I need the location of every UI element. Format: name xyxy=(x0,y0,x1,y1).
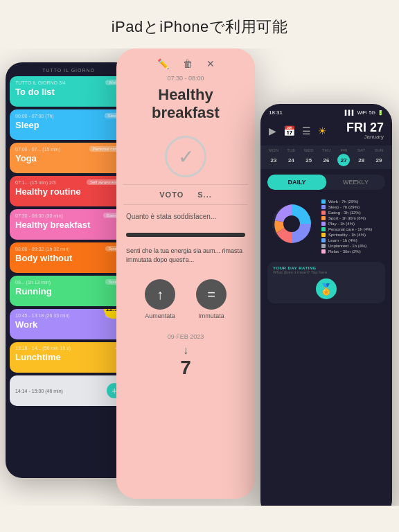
sport-dot xyxy=(321,216,326,220)
aumentata-label: Aumentata xyxy=(145,312,175,319)
activity-todo[interactable]: TUTTO IL GIORNO 3/4 Work To do list xyxy=(10,76,127,107)
signal-icon: ▌▌▌ xyxy=(345,110,355,115)
lunch-time: 13:18 - 14... (56 min 19 s) xyxy=(15,346,71,351)
calendar-icon[interactable]: 📅 xyxy=(283,125,295,136)
cal-thu[interactable]: THU 26 xyxy=(320,148,332,166)
phone-header: ▶ 📅 ☰ ☀ FRI 27 January xyxy=(260,118,392,145)
up-arrow-icon: ↑ xyxy=(145,279,175,310)
energy-text: Senti che la tua energia sia aum... rima… xyxy=(116,241,255,269)
legend-list: Work - 7h (29%) Sleep - 7h (29%) Eating … xyxy=(321,200,385,254)
pie-chart xyxy=(267,200,316,248)
activity-name: Healthy breakfast xyxy=(116,86,255,122)
lunch-title: Lunchtime xyxy=(15,352,122,362)
cal-wed[interactable]: WED 25 xyxy=(303,148,315,166)
spirit-legend-label: Spirituality - 1h (4%) xyxy=(328,233,366,237)
cal-sat[interactable]: SAT 28 xyxy=(355,148,368,166)
yoga-time: 07:00 - 07... (15 min) xyxy=(15,147,60,152)
routine-time: 07:1... (15 min) 2/3 xyxy=(15,180,56,185)
legend-play: Play - 1h (4%) xyxy=(321,222,385,226)
legend-relax: Relax - 30m (2%) xyxy=(321,249,385,254)
immutata-btn[interactable]: = Immutata xyxy=(196,279,227,319)
cal-mon[interactable]: MON 23 xyxy=(267,148,280,166)
activity-sleep[interactable]: 00:00 - 07:00 (7h) Sleep Sleep xyxy=(10,109,127,140)
legend-spirit: Spirituality - 1h (4%) xyxy=(321,233,385,237)
s-button[interactable]: S... xyxy=(197,190,212,199)
spirit-dot xyxy=(321,233,326,237)
checkmark-area: ✓ xyxy=(116,129,255,184)
right-phone: 18:31 ▌▌▌ WiFi 5G 🔋 ▶ 📅 ☰ ☀ FRI 27 Janua… xyxy=(260,104,392,506)
legend-eating: Eating - 3h (12%) xyxy=(321,211,385,215)
header: iPadとiPhoneで利用可能 xyxy=(0,0,399,48)
left-phone: TUTTO IL GIORNO TUTTO IL GIORNO 3/4 Work… xyxy=(6,62,132,478)
svg-point-1 xyxy=(283,215,300,232)
wifi-icon: WiFi xyxy=(357,110,367,115)
award-badge: 🏅 xyxy=(316,278,337,299)
close-icon[interactable]: ✕ xyxy=(206,58,215,69)
all-day-label: TUTTO IL GIORNO xyxy=(10,68,127,73)
daily-toggle[interactable]: DAILY xyxy=(267,175,326,190)
activity-healthy-routine[interactable]: 07:1... (15 min) 2/3 Self awareness Heal… xyxy=(10,176,127,206)
running-time: 09... (1h 13 min) xyxy=(15,280,51,285)
activity-yoga[interactable]: 07:00 - 07... (15 min) Personal care Yog… xyxy=(10,143,127,173)
last-time: 14:14 - 15:00 (46 min) xyxy=(15,389,63,393)
breakfast-time: 07:30 - 08:00 (30 min) xyxy=(15,213,63,218)
cal-sun[interactable]: SUN 29 xyxy=(373,148,385,166)
view-toggle: DAILY WEEKLY xyxy=(267,175,385,190)
progress-bar xyxy=(126,233,245,237)
edit-icon[interactable]: ✏️ xyxy=(157,58,169,69)
todo-title: To do list xyxy=(15,87,122,97)
score-number: 7 xyxy=(116,357,255,379)
personal-dot xyxy=(321,227,326,231)
work-title: Work xyxy=(15,319,122,330)
status-icons: ▌▌▌ WiFi 5G 🔋 xyxy=(345,110,384,116)
activity-breakfast[interactable]: 07:30 - 08:00 (30 min) Eating Healthy br… xyxy=(10,209,127,240)
sleep-legend-label: Sleep - 7h (29%) xyxy=(328,205,360,209)
cal-tue[interactable]: TUE 24 xyxy=(285,148,297,166)
action-buttons: ↑ Aumentata = Immutata xyxy=(116,269,255,329)
calendar-strip: MON 23 TUE 24 WED 25 THU 26 FRI 27 SAT 2… xyxy=(260,145,392,169)
sport-legend-label: Sport - 1h 30m (6%) xyxy=(328,216,366,220)
activity-lunch[interactable]: 13:18 - 14... (56 min 19 s) Lunchtime xyxy=(10,342,127,373)
cal-fri-active[interactable]: FRI 27 xyxy=(337,148,350,166)
body-time: 08:00 - 09:32 (1h 32 min) xyxy=(15,247,70,251)
middle-phone: ✏️ 🗑 ✕ 07:30 - 08:00 Healthy breakfast ✓… xyxy=(116,48,255,499)
immutata-label: Immutata xyxy=(198,312,224,319)
vote-button[interactable]: VOTO xyxy=(159,190,184,199)
legend-learn: Learn - 1h (4%) xyxy=(321,238,385,242)
page-title: iPadとiPhoneで利用可能 xyxy=(112,18,288,35)
sleep-title: Sleep xyxy=(15,120,122,130)
sleep-dot xyxy=(321,205,326,209)
day-rating-subtitle: What does it mean? Tap here xyxy=(273,270,380,274)
toolbar: ✏️ 🗑 ✕ xyxy=(116,48,255,75)
personal-legend-label: Personal care - 1h (4%) xyxy=(328,227,372,231)
network-label: 5G xyxy=(369,110,375,115)
activity-work[interactable]: 10:45 - 13:18 (2h 33 min) Work Work 12.1… xyxy=(10,309,127,339)
activity-last[interactable]: 14:14 - 15:00 (46 min) + xyxy=(10,375,127,406)
legend-work: Work - 7h (29%) xyxy=(321,200,385,204)
delete-icon[interactable]: 🗑 xyxy=(183,58,193,69)
date-info: FRI 27 January xyxy=(346,121,384,140)
play-dot xyxy=(321,222,326,226)
sun-icon[interactable]: ☀ xyxy=(318,125,327,136)
down-arrow-icon: ↓ xyxy=(116,344,255,357)
question-text: Quanto è stata soddisfacen... xyxy=(116,205,255,229)
chart-section: Work - 7h (29%) Sleep - 7h (29%) Eating … xyxy=(260,195,392,258)
status-bar: 18:31 ▌▌▌ WiFi 5G 🔋 xyxy=(260,104,392,118)
activity-body[interactable]: 08:00 - 09:32 (1h 32 min) Sport Body wit… xyxy=(10,242,127,273)
work-time: 10:45 - 13:18 (2h 33 min) xyxy=(15,313,70,318)
check-icon[interactable]: ✓ xyxy=(165,136,206,177)
day-number: FRI 27 xyxy=(346,121,384,134)
day-rating[interactable]: YOUR DAY RATING What does it mean? Tap h… xyxy=(267,262,385,303)
weekly-toggle[interactable]: WEEKLY xyxy=(326,175,385,190)
play-icon[interactable]: ▶ xyxy=(269,125,276,136)
month-label: January xyxy=(346,134,384,140)
phones-container: TUTTO IL GIORNO TUTTO IL GIORNO 3/4 Work… xyxy=(0,48,399,506)
eating-legend-label: Eating - 3h (12%) xyxy=(328,211,361,215)
date-display: 09 FEB 2023 xyxy=(116,329,255,344)
list-icon[interactable]: ☰ xyxy=(302,125,311,136)
aumentata-btn[interactable]: ↑ Aumentata xyxy=(145,279,175,319)
nav-icons: ▶ 📅 ☰ ☀ xyxy=(269,125,327,136)
running-title: Running xyxy=(15,286,122,296)
activity-running[interactable]: 09... (1h 13 min) Sport Running xyxy=(10,276,127,306)
unplanned-legend-label: Unplanned - 1h (4%) xyxy=(328,244,366,248)
